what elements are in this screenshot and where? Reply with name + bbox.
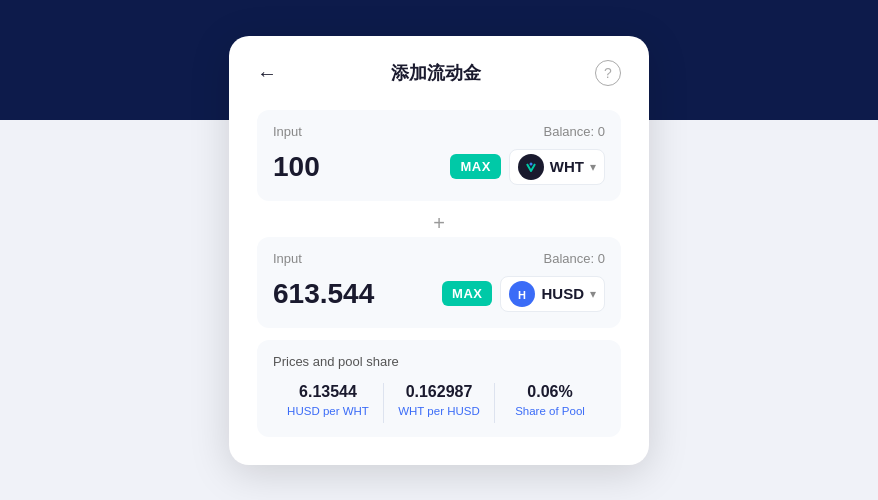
input2-balance: Balance: 0	[544, 251, 605, 266]
husd-icon: H	[509, 281, 535, 307]
input-section-husd: Input Balance: 0 613.544 MAX H HUSD ▾	[257, 237, 621, 328]
input2-controls: MAX H HUSD ▾	[442, 276, 605, 312]
input2-token-selector[interactable]: H HUSD ▾	[500, 276, 605, 312]
input1-controls: MAX WHT ▾	[450, 149, 605, 185]
input1-token-name: WHT	[550, 158, 584, 175]
page-title: 添加流动金	[277, 61, 595, 85]
help-button[interactable]: ?	[595, 60, 621, 86]
input1-label: Input	[273, 124, 302, 139]
input1-label-row: Input Balance: 0	[273, 124, 605, 139]
prices-row: 6.13544 HUSD per WHT 0.162987 WHT per HU…	[273, 383, 605, 423]
input2-label: Input	[273, 251, 302, 266]
input2-row: 613.544 MAX H HUSD ▾	[273, 276, 605, 312]
svg-point-1	[529, 162, 532, 165]
price-desc-1: HUSD per WHT	[273, 405, 383, 417]
prices-title: Prices and pool share	[273, 354, 605, 369]
input1-max-button[interactable]: MAX	[450, 154, 500, 179]
price-value-1: 6.13544	[273, 383, 383, 401]
svg-point-0	[521, 157, 541, 177]
input1-amount: 100	[273, 151, 320, 183]
input1-token-selector[interactable]: WHT ▾	[509, 149, 605, 185]
card-header: ← 添加流动金 ?	[257, 60, 621, 86]
price-item-husd-per-wht: 6.13544 HUSD per WHT	[273, 383, 383, 417]
input2-chevron-icon: ▾	[590, 287, 596, 301]
wht-icon	[518, 154, 544, 180]
input2-label-row: Input Balance: 0	[273, 251, 605, 266]
price-value-3: 0.06%	[495, 383, 605, 401]
back-button[interactable]: ←	[257, 63, 277, 83]
plus-divider: +	[257, 213, 621, 233]
price-value-2: 0.162987	[384, 383, 494, 401]
input1-row: 100 MAX WHT ▾	[273, 149, 605, 185]
input-section-wht: Input Balance: 0 100 MAX WHT ▾	[257, 110, 621, 201]
input2-amount: 613.544	[273, 278, 374, 310]
svg-text:H: H	[519, 288, 527, 300]
price-desc-3: Share of Pool	[495, 405, 605, 417]
price-item-share-of-pool: 0.06% Share of Pool	[495, 383, 605, 417]
input2-token-name: HUSD	[541, 285, 584, 302]
input1-balance: Balance: 0	[544, 124, 605, 139]
prices-section: Prices and pool share 6.13544 HUSD per W…	[257, 340, 621, 437]
price-item-wht-per-husd: 0.162987 WHT per HUSD	[384, 383, 494, 417]
price-desc-2: WHT per HUSD	[384, 405, 494, 417]
main-card: ← 添加流动金 ? Input Balance: 0 100 MAX	[229, 36, 649, 465]
input1-chevron-icon: ▾	[590, 160, 596, 174]
input2-max-button[interactable]: MAX	[442, 281, 492, 306]
